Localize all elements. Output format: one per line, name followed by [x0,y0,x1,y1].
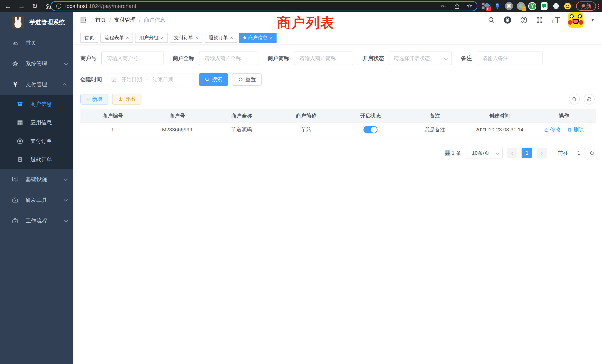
font-size-icon[interactable]: T T [551,16,560,24]
help-icon[interactable] [520,16,528,24]
delete-button[interactable]: 删除 [567,126,584,133]
sidebar-item-dev-tools[interactable]: 研发工具 [0,190,73,211]
browser-profile-avatar[interactable] [563,2,572,10]
sidebar-item-label: 工作流程 [26,217,47,225]
chrome-update-button[interactable]: 更新 [576,1,596,11]
tab-merchant-info[interactable]: 商户信息× [239,33,277,43]
filter-row-2: 创建时间 - 搜索 重置 [80,73,595,86]
password-key-icon[interactable] [441,3,447,10]
tab-user-group[interactable]: 用户分组× [135,33,168,43]
active-dot [243,36,246,39]
tab-label: 退款订单 [209,34,228,41]
browser-forward-button[interactable]: → [16,0,27,12]
sidebar-item-label: 支付管理 [26,81,47,88]
delete-label: 删除 [573,126,584,133]
add-label: 新增 [92,96,103,103]
sidebar-item-merchant-info[interactable]: 商户信息 [0,95,73,113]
address-bar[interactable]: localhost:1024/pay/merchant ☆ [51,1,477,11]
col-full-name: 商户全称 [209,109,274,122]
url-text: localhost:1024/pay/merchant [65,3,136,9]
merchant-no-input[interactable] [101,52,163,65]
show-search-toggle-button[interactable] [569,94,580,105]
export-button[interactable]: 导出 [112,94,141,105]
close-icon[interactable]: × [270,35,272,41]
close-icon[interactable]: × [195,35,198,41]
add-button[interactable]: + 新增 [80,94,108,105]
sidebar-item-payment[interactable]: ¥ 支付管理 [0,74,73,95]
table-row: 1 M233666999 芋道源码 芋艿 我是备注 2021-10-23 08:… [80,122,596,137]
sidebar-item-system[interactable]: 系统管理 [0,53,73,74]
sidebar-item-pay-order[interactable]: 支付订单 [0,132,73,150]
tab-pay-order[interactable]: 支付订单× [170,33,202,43]
close-icon[interactable]: × [161,35,163,41]
short-name-input[interactable] [294,52,353,65]
tab-home[interactable]: 首页 [80,33,98,43]
sidebar-collapse-button[interactable] [79,16,87,24]
close-icon[interactable]: × [230,35,233,41]
refresh-table-button[interactable] [584,94,595,105]
tab-label: 支付订单 [174,34,193,41]
tab-refund-order[interactable]: 退款订单× [205,33,237,43]
calendar-icon [111,76,117,83]
reset-button[interactable]: 重置 [232,73,262,86]
status-toggle[interactable] [364,126,377,133]
remark-label: 备注 [461,55,472,62]
extensions-puzzle-icon[interactable] [552,2,560,10]
bookmark-star-icon[interactable]: ☆ [466,2,473,10]
page-1-button[interactable]: 1 [522,148,532,158]
chrome-menu-icon[interactable]: ⋮ [595,2,602,10]
user-avatar[interactable] [568,12,583,28]
breadcrumb-home[interactable]: 首页 [95,16,106,24]
extension-command-icon[interactable]: ⌘ [505,2,513,10]
breadcrumb-payment[interactable]: 支付管理 [114,16,136,24]
edit-button[interactable]: 修改 [544,126,560,133]
sidebar: 芋道管理系统 首页 系统管理 ¥ 支付管理 商户信息 [0,12,73,364]
prev-page-button[interactable]: ‹ [507,148,517,158]
next-page-button[interactable]: › [537,148,547,158]
create-time-label: 创建时间 [80,76,102,83]
pagination: 共 1 条 10条/页 ‹ 1 › 前往 页 [80,148,595,159]
payment-submenu: 商户信息 应用信息 支付订单 退款订单 [0,95,73,169]
status-select[interactable]: 请选择开启状态 [389,52,452,65]
remark-input[interactable] [477,52,542,65]
date-range-picker[interactable]: - [107,73,194,86]
start-date-input[interactable] [117,76,146,83]
extension-pin-icon[interactable] [493,2,502,10]
search-icon[interactable] [488,16,495,24]
sidebar-item-app-info[interactable]: 应用信息 [0,113,73,132]
url-host: localhost [65,3,87,9]
cell-short-name: 芋艿 [274,122,338,137]
app-logo-row[interactable]: 芋道管理系统 [0,12,73,33]
tab-process-form[interactable]: 流程表单× [100,33,133,43]
close-icon[interactable]: × [126,35,129,41]
chevron-down-icon [444,57,447,60]
browser-toolbar: ← → ↻ localhost:1024/pay/merchant ☆ [0,0,602,12]
shop-icon [16,100,24,108]
goto-page-input[interactable] [573,148,585,158]
sidebar-item-label: 首页 [26,39,36,47]
sidebar-item-home[interactable]: 首页 [0,33,73,53]
search-button[interactable]: 搜索 [199,73,228,86]
search-icon [205,77,210,82]
sidebar-item-label: 应用信息 [30,119,52,126]
end-date-input[interactable] [148,76,178,83]
extension-chat-icon[interactable] [540,2,548,10]
fullscreen-icon[interactable] [536,16,543,24]
avatar-caret-icon[interactable]: ▾ [591,17,594,23]
share-icon[interactable] [453,3,460,10]
full-name-input[interactable] [199,52,258,65]
browser-back-button[interactable]: ← [3,0,13,12]
sidebar-item-refund-order[interactable]: 退款订单 [0,150,73,169]
browser-reload-button[interactable]: ↻ [30,0,40,12]
chevron-up-icon [63,83,67,87]
cell-full-name: 芋道源码 [209,122,274,137]
sidebar-item-workflow[interactable]: 工作流程 [0,211,73,231]
github-icon[interactable] [503,16,512,24]
sidebar-item-infrastructure[interactable]: 基础设施 [0,169,73,190]
main-area: 商户列表 首页 / 支付管理 / 商户信息 T T [73,12,602,364]
export-label: 导出 [125,96,136,103]
extension-tampermonkey-icon[interactable]: 10 [482,2,490,10]
page-size-select[interactable]: 10条/页 [466,148,503,159]
extension-y-icon[interactable]: Y [528,2,536,10]
extension-recorder-icon[interactable]: 1 [517,2,525,10]
